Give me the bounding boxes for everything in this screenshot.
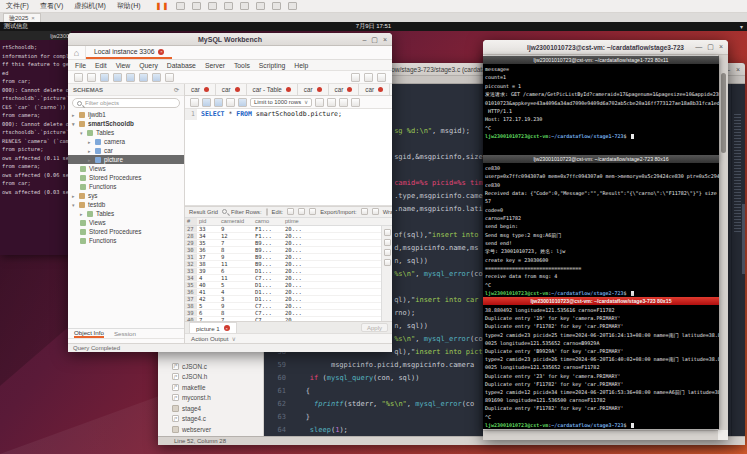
- table-picture[interactable]: ▸picture: [68, 155, 184, 164]
- tree-tables[interactable]: ▾Tables: [68, 128, 184, 137]
- client-menu-item[interactable]: 帮助(H): [115, 1, 143, 11]
- backup-icon[interactable]: [165, 73, 174, 82]
- menu-item[interactable]: Edit: [95, 62, 107, 69]
- menu-item[interactable]: Tools: [234, 62, 250, 69]
- terminal-scrollbar[interactable]: [718, 55, 728, 430]
- result-grid[interactable]: 27339F1...20...283412F1...20...29357B9..…: [185, 226, 392, 322]
- home-tab[interactable]: ⌂: [68, 46, 86, 59]
- table-row[interactable]: 33396D1...20...: [185, 268, 392, 275]
- client-menu-item[interactable]: 查看(V): [38, 1, 65, 11]
- execute-icon[interactable]: [202, 98, 211, 107]
- left-terminal-titlebar[interactable]: ljw2300: [0, 31, 71, 40]
- close-icon[interactable]: ×: [158, 49, 164, 55]
- menu-item[interactable]: Database: [167, 62, 196, 69]
- field-types-icon[interactable]: [384, 249, 391, 256]
- open-file-icon[interactable]: [87, 73, 96, 82]
- close-icon[interactable]: ×: [224, 325, 230, 331]
- client-tab[interactable]: 验2025 ×: [3, 13, 41, 22]
- document-tab[interactable]: car - Table: [247, 84, 298, 95]
- delete-row-icon[interactable]: [309, 208, 316, 215]
- table-row[interactable]: 31379B9...20...: [185, 254, 392, 261]
- file-item[interactable]: /*stage4.c: [158, 414, 263, 425]
- table-camera[interactable]: ▸camera: [68, 137, 184, 146]
- document-tab[interactable]: car: [329, 84, 360, 95]
- toolbar-icon[interactable]: [208, 2, 217, 10]
- column-header[interactable]: carno: [253, 218, 283, 225]
- file-item[interactable]: /*cJSON.c: [158, 361, 263, 372]
- file-item[interactable]: /*makefile: [158, 382, 263, 393]
- panel-right-toggle-icon[interactable]: [377, 73, 386, 82]
- find-icon[interactable]: [327, 98, 336, 107]
- toolbar-icon[interactable]: [288, 2, 297, 10]
- menu-item[interactable]: Server: [205, 62, 225, 69]
- table-row[interactable]: 283412F1...20...: [185, 233, 392, 240]
- column-header[interactable]: cameraid: [219, 218, 253, 225]
- document-tab[interactable]: car: [298, 84, 329, 95]
- xterm-stage2-body[interactable]: ce830userp=0x7ffc094307a0 mem=0x7ffc0943…: [483, 163, 719, 297]
- tree-functions[interactable]: Functions: [68, 236, 184, 245]
- table-row[interactable]: 30368B9...20...: [185, 247, 392, 254]
- tree-tables[interactable]: ▸Tables: [68, 209, 184, 218]
- xterm-stage3-body[interactable]: 38.880492 longitude=121.535616 carno=F11…: [483, 305, 719, 429]
- folder-item[interactable]: stage4: [158, 403, 263, 414]
- xterm-stage3-titlebar[interactable]: ljw23001010723@cst-vm: ~/cardataflow/sta…: [483, 297, 719, 305]
- menu-item[interactable]: Query: [139, 62, 158, 69]
- close-icon[interactable]: ×: [383, 36, 387, 43]
- maximize-icon[interactable]: ▢: [371, 36, 378, 44]
- table-row[interactable]: 29357B9...20...: [185, 240, 392, 247]
- menu-item[interactable]: File: [75, 62, 86, 69]
- table-row[interactable]: 34411C7...20...: [185, 275, 392, 282]
- folder-item[interactable]: webserver: [158, 424, 263, 435]
- refresh-icon[interactable]: ⟳: [174, 86, 179, 93]
- left-terminal-window[interactable]: ljw2300 rtSchooldb;information for compl…: [0, 31, 71, 255]
- xterm-stage1-window[interactable]: ljw23001010723@cst-vm: ~/cardataflow/sta…: [483, 56, 719, 157]
- filter-rows-input[interactable]: [266, 208, 268, 216]
- xterm-stage1-titlebar[interactable]: ljw23001010723@cst-vm: ~/cardataflow/sta…: [483, 56, 719, 64]
- column-header[interactable]: #: [185, 218, 197, 225]
- xterm-stage1-body[interactable]: message=count=1piccount = 1发送请求: GET /ca…: [483, 64, 719, 157]
- schema-testdb[interactable]: ▾testdb: [68, 200, 184, 209]
- table-row[interactable]: 36414D1...20...: [185, 289, 392, 296]
- execute-current-icon[interactable]: [214, 98, 223, 107]
- connection-tab[interactable]: Local instance 3306 ×: [86, 46, 172, 59]
- tab-object-info[interactable]: Object Info: [74, 329, 104, 338]
- tree-stored-procedures[interactable]: Stored Procedures: [68, 227, 184, 236]
- pause-icon[interactable]: ❚❚: [156, 2, 170, 10]
- menu-item[interactable]: View: [116, 62, 131, 69]
- sql-editor[interactable]: 1SELECT * FROM smartSchooldb.picture;: [185, 109, 392, 206]
- create-table-icon[interactable]: [113, 73, 122, 82]
- tree-stored-procedures[interactable]: Stored Procedures: [68, 173, 184, 182]
- xterm-stage3-window[interactable]: ljw23001010723@cst-vm: ~/cardataflow/sta…: [483, 297, 719, 429]
- schema-sys[interactable]: ▸sys: [68, 191, 184, 200]
- toggle-stop-on-error-icon[interactable]: [238, 98, 247, 107]
- stop-icon[interactable]: [226, 98, 235, 107]
- limit-rows-select[interactable]: Limit to 1000 rows∨: [250, 98, 312, 107]
- file-item[interactable]: /*myconst.h: [158, 393, 263, 404]
- table-row[interactable]: 323811B9...20...: [185, 261, 392, 268]
- add-row-icon[interactable]: [298, 208, 305, 215]
- result-grid-view-icon[interactable]: [384, 229, 391, 236]
- table-row[interactable]: 37423D1...20...: [185, 296, 392, 303]
- tree-views[interactable]: Views: [68, 164, 184, 173]
- query-stats-icon[interactable]: [384, 259, 391, 266]
- document-tab[interactable]: car: [216, 84, 247, 95]
- action-output-row[interactable]: Action Output ∨: [185, 333, 392, 343]
- menu-item[interactable]: Help: [294, 62, 308, 69]
- document-tab[interactable]: car: [359, 84, 390, 95]
- minimize-icon[interactable]: —: [695, 43, 702, 51]
- column-header[interactable]: pid: [197, 218, 219, 225]
- minimap[interactable]: [731, 84, 745, 436]
- apply-button[interactable]: Apply: [361, 323, 388, 332]
- tree-functions[interactable]: Functions: [68, 182, 184, 191]
- left-terminal-body[interactable]: rtSchooldb;information for compleff this…: [0, 40, 71, 255]
- schema-filter-input[interactable]: Filter objects: [72, 98, 180, 108]
- edit-icon[interactable]: [287, 208, 294, 215]
- result-tab-picture1[interactable]: picture 1 ×: [189, 322, 237, 333]
- close-icon[interactable]: ×: [736, 66, 740, 73]
- export-icon[interactable]: [361, 208, 368, 215]
- xterm-stage2-window[interactable]: ljw23001010723@cst-vm: ~/cardataflow/sta…: [483, 155, 719, 297]
- toolbar-icon[interactable]: [272, 2, 281, 10]
- workbench-window[interactable]: MySQL Workbench – ▢ × ⌂ Local instance 3…: [68, 33, 392, 352]
- close-icon[interactable]: ×: [719, 43, 723, 51]
- beautify-icon[interactable]: [315, 98, 324, 107]
